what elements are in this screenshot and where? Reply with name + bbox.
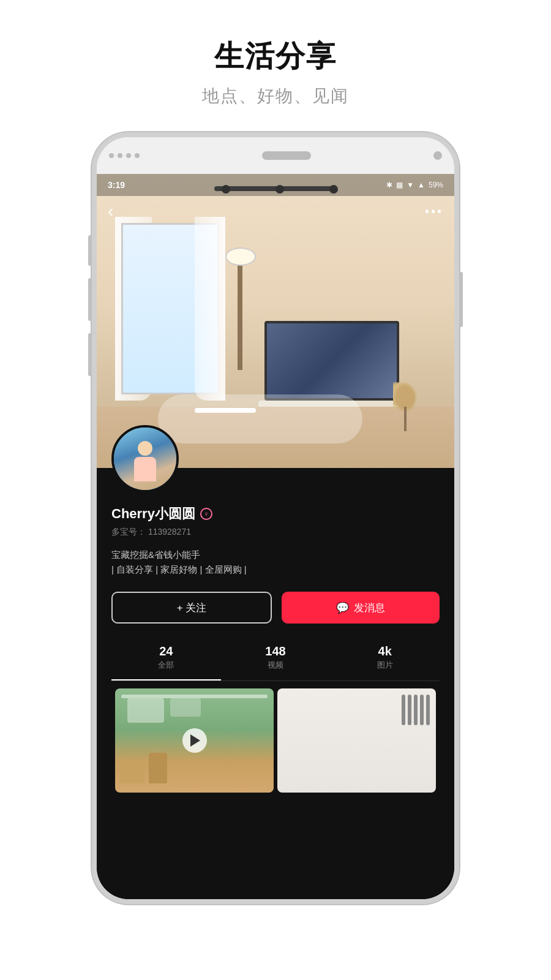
phone-screen: 3:19 ✱ ▩ ▼ ▲ 59% ‹ ••• <box>97 174 454 899</box>
tv <box>264 321 399 401</box>
phone-shell: 3:19 ✱ ▩ ▼ ▲ 59% ‹ ••• <box>92 132 459 904</box>
basket-1 <box>120 762 144 783</box>
floor-lamp-pole <box>238 260 242 370</box>
play-triangle-icon <box>190 734 200 747</box>
tab-video-count: 148 <box>221 644 331 658</box>
phone-top-bar <box>97 137 454 174</box>
bio-line-1: 宝藏挖掘&省钱小能手 <box>111 548 440 562</box>
tv-screen <box>267 323 397 398</box>
status-bar: 3:19 ✱ ▩ ▼ ▲ 59% <box>97 174 454 196</box>
utensil-1 <box>402 695 405 725</box>
signal-icon: ▲ <box>418 181 425 189</box>
profile-bio: 宝藏挖掘&省钱小能手 | 自装分享 | 家居好物 | 全屋网购 | <box>111 548 440 577</box>
vibrate-icon: ▩ <box>396 181 403 189</box>
rack-item-2 <box>170 698 201 717</box>
page-title: 生活分享 <box>202 37 349 76</box>
utensil-3 <box>414 695 418 725</box>
follow-label: + 关注 <box>177 601 207 615</box>
dot2 <box>118 153 122 158</box>
avatar[interactable] <box>111 425 179 492</box>
rack-item-1 <box>127 698 164 723</box>
avatar-body <box>134 457 156 481</box>
status-icons: ✱ ▩ ▼ ▲ 59% <box>386 181 443 189</box>
message-icon: 💬 <box>336 601 349 614</box>
volume-down-button <box>88 278 92 321</box>
gender-symbol: ♀ <box>203 510 209 518</box>
floor-lamp-head <box>225 247 256 266</box>
follow-button[interactable]: + 关注 <box>111 592 272 624</box>
room-rug <box>158 394 362 443</box>
plant-stem <box>404 407 407 431</box>
avatar-image <box>114 428 176 490</box>
status-time: 3:19 <box>108 180 125 190</box>
kitchen-utensils <box>402 695 430 725</box>
tab-video-label: 视频 <box>221 660 331 671</box>
tab-image[interactable]: 4k 图片 <box>330 636 440 680</box>
phone-camera <box>433 151 442 160</box>
avatar-head <box>138 441 152 456</box>
dot1 <box>109 153 114 158</box>
content-grid <box>111 685 440 796</box>
bio-line-2: | 自装分享 | 家居好物 | 全屋网购 | <box>111 562 440 577</box>
basket-2 <box>149 753 167 783</box>
play-button[interactable] <box>182 728 207 753</box>
content-tabs: 24 全部 148 视频 4k 图片 <box>111 636 440 681</box>
phone-speaker <box>262 151 311 160</box>
profile-content: Cherry小圆圆 ♀ 多宝号： 113928271 宝藏挖掘&省钱小能手 | … <box>97 468 454 796</box>
power-button-right <box>459 272 463 327</box>
utensil-5 <box>426 695 430 725</box>
id-label: 多宝号： <box>111 527 146 537</box>
battery-icon: 59% <box>429 181 443 189</box>
power-button-left <box>88 333 92 376</box>
profile-section: Cherry小圆圆 ♀ 多宝号： 113928271 宝藏挖掘&省钱小能手 | … <box>97 468 454 899</box>
id-value: 113928271 <box>148 527 191 537</box>
gender-icon: ♀ <box>200 508 212 520</box>
more-button[interactable]: ••• <box>425 205 443 219</box>
profile-name: Cherry小圆圆 ♀ <box>111 505 440 523</box>
tab-image-label: 图片 <box>330 660 440 671</box>
username: Cherry小圆圆 <box>111 505 195 523</box>
utensil-4 <box>420 695 424 725</box>
dot3 <box>126 153 131 158</box>
phone-dots <box>109 153 140 158</box>
message-label: 发消息 <box>354 601 385 615</box>
tab-all[interactable]: 24 全部 <box>111 636 221 680</box>
tab-all-count: 24 <box>111 644 221 658</box>
grid-item-1[interactable] <box>115 688 274 793</box>
grid-item-2[interactable] <box>277 688 436 793</box>
back-button[interactable]: ‹ <box>108 202 113 221</box>
action-buttons: + 关注 💬 发消息 <box>111 592 440 624</box>
dot4 <box>135 153 140 158</box>
tab-all-label: 全部 <box>111 660 221 671</box>
page-header: 生活分享 地点、好物、见闻 <box>202 0 349 108</box>
message-button[interactable]: 💬 发消息 <box>282 592 440 624</box>
profile-id: 多宝号： 113928271 <box>111 527 440 538</box>
nav-bar: ‹ ••• <box>97 196 454 227</box>
decorative-plant <box>393 382 418 431</box>
tab-video[interactable]: 148 视频 <box>221 636 331 680</box>
page-subtitle: 地点、好物、见闻 <box>202 85 349 108</box>
tab-image-count: 4k <box>330 644 440 658</box>
utensil-2 <box>408 695 411 725</box>
curtain-right <box>195 217 225 401</box>
side-table <box>195 408 256 413</box>
bluetooth-icon: ✱ <box>386 181 392 189</box>
avatar-person <box>130 441 160 484</box>
volume-up-button <box>88 235 92 266</box>
wifi-icon: ▼ <box>407 181 414 189</box>
